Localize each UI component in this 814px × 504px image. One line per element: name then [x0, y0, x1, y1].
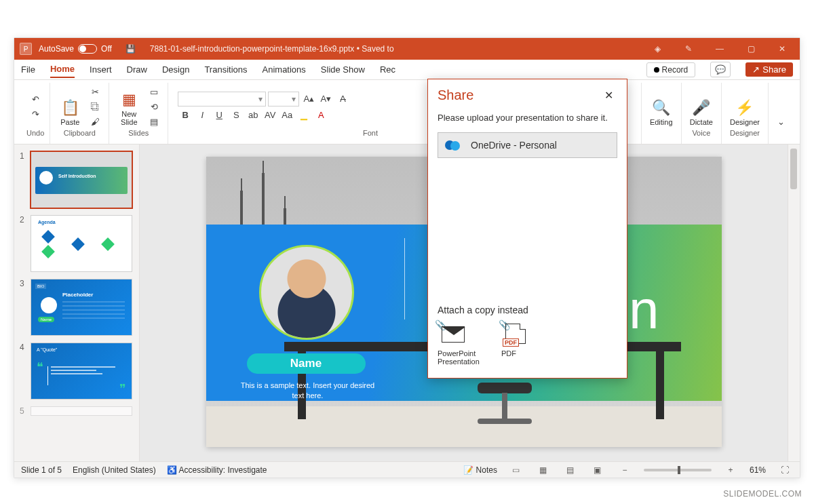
language-status[interactable]: English (United States) — [73, 465, 156, 475]
autosave-label: AutoSave — [39, 44, 74, 54]
brush-icon[interactable]: ✎ — [676, 38, 701, 60]
normal-view-button[interactable]: ▭ — [508, 464, 524, 476]
fit-button[interactable]: ⛶ — [777, 464, 793, 476]
spacing-button[interactable]: AV — [263, 109, 277, 122]
accessibility-status[interactable]: ♿ Accessibility: Investigate — [167, 465, 267, 475]
decrease-font-button[interactable]: A▾ — [318, 92, 333, 106]
underline-button[interactable]: U — [212, 109, 227, 122]
thumb-number: 3 — [20, 279, 26, 336]
maximize-button[interactable]: ▢ — [739, 38, 763, 60]
share-message: Please upload your presentation to share… — [428, 107, 627, 132]
strike-button[interactable]: S — [229, 109, 244, 122]
app-icon: P — [20, 43, 32, 55]
new-slide-icon: ▦ — [122, 91, 136, 109]
title-fragment: n — [629, 279, 659, 341]
reading-view-button[interactable]: ▤ — [562, 464, 579, 476]
dictate-button[interactable]: 🎤 Dictate — [687, 85, 716, 128]
group-undo: Undo — [26, 129, 44, 137]
sorter-view-button[interactable]: ▦ — [535, 464, 551, 476]
font-family-select[interactable]: ▾ — [178, 92, 266, 106]
tab-file[interactable]: File — [21, 62, 35, 77]
tab-transitions[interactable]: Transitions — [204, 62, 247, 77]
designer-button[interactable]: ⚡ Designer — [727, 85, 762, 128]
cut-button[interactable]: ✂ — [88, 85, 102, 98]
group-slides: Slides — [128, 129, 149, 137]
thumb-number: 1 — [20, 151, 26, 208]
font-color-button[interactable]: A — [313, 109, 328, 122]
share-button[interactable]: ↗Share — [745, 62, 793, 77]
layout-button[interactable]: ▭ — [147, 85, 161, 98]
zoom-in-button[interactable]: + — [722, 464, 739, 476]
divider-line — [404, 238, 405, 319]
new-slide-button[interactable]: ▦ New Slide — [115, 85, 143, 128]
increase-font-button[interactable]: A▴ — [301, 92, 316, 106]
tab-design[interactable]: Design — [162, 62, 189, 77]
tab-draw[interactable]: Draw — [127, 62, 147, 77]
comments-button[interactable]: 💬 — [710, 62, 731, 77]
share-icon: ↗ — [752, 64, 760, 75]
undo-button[interactable]: ↶ — [28, 93, 42, 105]
autosave-toggle[interactable]: AutoSave Off — [39, 44, 112, 54]
zoom-slider[interactable] — [644, 469, 712, 471]
onedrive-personal-button[interactable]: OneDrive - Personal — [438, 132, 617, 158]
thumbnail-2[interactable]: Agenda — [31, 215, 132, 272]
find-icon: 🔍 — [652, 99, 670, 117]
section-button[interactable]: ▤ — [147, 115, 161, 128]
mic-icon: 🎤 — [692, 99, 710, 117]
reset-button[interactable]: ⟲ — [147, 100, 161, 113]
onedrive-icon — [445, 140, 461, 151]
share-title: Share — [438, 88, 473, 103]
close-button[interactable]: ✕ — [770, 38, 794, 60]
highlight-button[interactable]: ▁ — [296, 109, 311, 122]
sample-text: This is a sample text. Insert your desir… — [240, 381, 376, 402]
zoom-out-button[interactable]: − — [617, 464, 633, 476]
group-designer: Designer — [730, 129, 760, 137]
thumbnail-1[interactable]: Self Introduction — [31, 151, 132, 208]
thumbnail-5[interactable] — [31, 406, 132, 416]
pdf-icon: 📎PDF — [501, 324, 530, 345]
watermark: SLIDEMODEL.COM — [723, 489, 802, 499]
minimize-button[interactable]: — — [708, 38, 732, 60]
document-title: 7881-01-self-introduction-powerpoint-tem… — [150, 44, 638, 54]
group-font: Font — [363, 129, 378, 137]
thumbnail-4[interactable]: A "Quote"❝❞ — [31, 343, 132, 400]
slideshow-view-button[interactable]: ▣ — [589, 464, 606, 476]
zoom-level: 61% — [750, 465, 766, 475]
collapse-ribbon-button[interactable]: ⌄ — [774, 115, 788, 128]
format-painter-button[interactable]: 🖌 — [88, 115, 102, 128]
shadow-button[interactable]: ab — [246, 109, 260, 122]
status-bar: Slide 1 of 5 English (United States) ♿ A… — [14, 461, 800, 478]
bold-button[interactable]: B — [178, 109, 193, 122]
tab-insert[interactable]: Insert — [90, 62, 112, 77]
tab-cut[interactable]: Rec — [380, 62, 395, 77]
case-button[interactable]: Aa — [279, 109, 294, 122]
redo-button[interactable]: ↷ — [28, 108, 42, 120]
notes-toggle[interactable]: 📝 Notes — [463, 465, 497, 475]
ribbon: ↶ ↷ Undo 📋 Paste ✂ ⿻ 🖌 Clipboard — [14, 80, 800, 144]
clipboard-icon: 📋 — [61, 99, 79, 117]
toggle-icon — [78, 44, 97, 54]
group-clipboard: Clipboard — [64, 129, 96, 137]
italic-button[interactable]: I — [195, 109, 210, 122]
thumbnail-3[interactable]: BIOPlaceholderName — [31, 279, 132, 336]
vertical-scrollbar[interactable] — [788, 144, 800, 461]
copy-button[interactable]: ⿻ — [88, 100, 102, 113]
share-panel: Share ✕ Please upload your presentation … — [427, 79, 627, 379]
thumb-number: 5 — [20, 406, 26, 416]
tab-animations[interactable]: Animations — [263, 62, 306, 77]
clear-format-button[interactable]: A̶ — [335, 92, 350, 106]
editing-menu[interactable]: 🔍 Editing — [647, 85, 676, 128]
font-size-select[interactable]: ▾ — [268, 92, 299, 106]
tab-slideshow[interactable]: Slide Show — [321, 62, 365, 77]
autosave-state: Off — [101, 44, 112, 54]
save-icon[interactable]: 💾 — [119, 38, 143, 60]
attach-powerpoint-button[interactable]: 📎 PowerPoint Presentation — [438, 324, 488, 366]
tab-home[interactable]: Home — [50, 61, 75, 78]
attach-pdf-button[interactable]: 📎PDF PDF — [501, 324, 551, 366]
share-close-button[interactable]: ✕ — [600, 88, 617, 103]
diamond-icon[interactable]: ◈ — [645, 38, 670, 60]
avatar-image — [259, 245, 354, 340]
paste-button[interactable]: 📋 Paste — [56, 85, 84, 128]
record-button[interactable]: Record — [646, 62, 696, 77]
attach-copy-title: Attach a copy instead — [438, 305, 617, 315]
